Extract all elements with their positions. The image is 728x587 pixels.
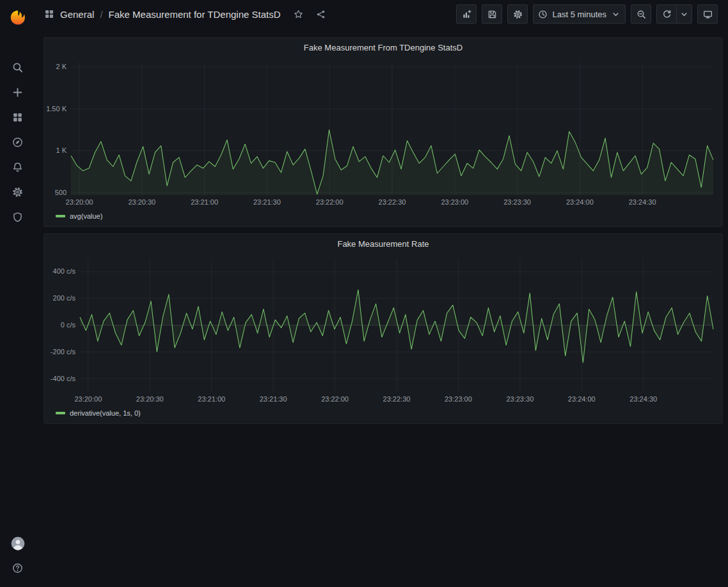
panel-header[interactable]: Fake Measurement From TDengine StatsD bbox=[44, 38, 722, 57]
star-icon bbox=[294, 10, 303, 19]
zoom-out-icon bbox=[637, 10, 646, 19]
save-dashboard-icon bbox=[487, 10, 497, 19]
svg-text:23:20:00: 23:20:00 bbox=[74, 395, 102, 403]
apps-icon bbox=[12, 112, 23, 123]
time-series-chart-fake-measurement-rate[interactable]: -400 c/s-200 c/s0 c/s200 c/s400 c/s23:20… bbox=[44, 253, 722, 406]
sidebar-item-server-admin[interactable] bbox=[0, 205, 35, 230]
tv-icon bbox=[703, 10, 713, 19]
svg-text:23:23:00: 23:23:00 bbox=[441, 198, 468, 206]
sidebar-item-explore[interactable] bbox=[0, 130, 35, 155]
dashboard-content: Fake Measurement From TDengine StatsD 50… bbox=[35, 28, 728, 587]
time-series-chart-fake-measurement[interactable]: 5001 K1.50 K2 K23:20:0023:20:3023:21:002… bbox=[44, 57, 722, 209]
svg-text:23:20:00: 23:20:00 bbox=[66, 198, 93, 206]
legend-swatch bbox=[56, 412, 65, 414]
legend-swatch bbox=[56, 215, 65, 217]
panel-fake-measurement: Fake Measurement From TDengine StatsD 50… bbox=[44, 37, 723, 227]
svg-text:23:23:30: 23:23:30 bbox=[503, 198, 531, 206]
legend-label: derivative(value, 1s, 0) bbox=[70, 409, 141, 417]
refresh-dashboard-button[interactable] bbox=[656, 4, 677, 24]
legend-item-avg-value[interactable]: avg(value) bbox=[44, 209, 722, 226]
svg-text:23:22:30: 23:22:30 bbox=[379, 198, 406, 206]
svg-text:-200 c/s: -200 c/s bbox=[51, 348, 76, 356]
kiosk-mode-button[interactable] bbox=[697, 4, 718, 24]
svg-text:23:20:30: 23:20:30 bbox=[128, 198, 155, 206]
svg-text:400 c/s: 400 c/s bbox=[53, 267, 76, 275]
clock-icon bbox=[538, 10, 548, 19]
chevron-down-icon bbox=[679, 10, 689, 19]
refresh-icon bbox=[662, 10, 672, 19]
time-range-label: Last 5 minutes bbox=[552, 10, 606, 19]
svg-text:23:24:30: 23:24:30 bbox=[629, 395, 657, 403]
svg-text:23:22:30: 23:22:30 bbox=[383, 395, 411, 403]
sidebar-item-alerting[interactable] bbox=[0, 155, 35, 180]
svg-text:23:24:30: 23:24:30 bbox=[629, 198, 656, 206]
save-dashboard-button[interactable] bbox=[482, 4, 502, 24]
svg-text:23:21:30: 23:21:30 bbox=[253, 198, 281, 206]
sidebar-item-profile[interactable] bbox=[0, 531, 35, 556]
svg-text:23:22:00: 23:22:00 bbox=[321, 395, 349, 403]
sidebar-item-search[interactable] bbox=[0, 55, 35, 80]
svg-text:23:24:00: 23:24:00 bbox=[568, 395, 596, 403]
shield-icon bbox=[12, 212, 23, 223]
svg-text:500: 500 bbox=[55, 189, 67, 196]
breadcrumb-section[interactable]: General bbox=[60, 9, 94, 20]
search-icon bbox=[12, 62, 23, 73]
star-dashboard-button[interactable] bbox=[290, 6, 307, 22]
chevron-down-icon bbox=[611, 10, 621, 19]
dashboard-toolbar: Last 5 minutes bbox=[456, 4, 718, 24]
breadcrumb-separator: / bbox=[100, 9, 102, 20]
svg-text:23:23:30: 23:23:30 bbox=[506, 395, 534, 403]
avatar-icon bbox=[11, 536, 25, 551]
sidebar-item-configuration[interactable] bbox=[0, 180, 35, 205]
legend-label: avg(value) bbox=[70, 212, 102, 220]
refresh-interval-button[interactable] bbox=[677, 4, 692, 24]
grafana-logo-icon bbox=[8, 9, 28, 28]
svg-text:23:21:30: 23:21:30 bbox=[260, 395, 287, 403]
sidebar bbox=[0, 0, 35, 587]
refresh-button-group bbox=[656, 4, 692, 24]
panel-title[interactable]: Fake Measurement From TDengine StatsD bbox=[304, 43, 463, 52]
share-icon bbox=[316, 10, 326, 19]
svg-text:-400 c/s: -400 c/s bbox=[51, 375, 76, 382]
svg-text:23:22:00: 23:22:00 bbox=[316, 198, 344, 206]
sidebar-item-help[interactable] bbox=[0, 556, 35, 581]
svg-text:200 c/s: 200 c/s bbox=[53, 294, 76, 302]
bell-icon bbox=[12, 162, 23, 173]
grafana-app: General / Fake Measurement for TDengine … bbox=[0, 0, 728, 587]
plus-icon bbox=[12, 87, 23, 98]
share-dashboard-button[interactable] bbox=[313, 6, 329, 22]
svg-text:0 c/s: 0 c/s bbox=[61, 321, 76, 329]
breadcrumb-dashboard-title[interactable]: Fake Measurement for TDengine StatsD bbox=[109, 9, 281, 20]
dashboard-settings-button[interactable] bbox=[507, 4, 528, 24]
svg-text:23:21:00: 23:21:00 bbox=[198, 395, 225, 403]
top-navbar: General / Fake Measurement for TDengine … bbox=[35, 0, 728, 28]
svg-text:1.50 K: 1.50 K bbox=[46, 105, 67, 113]
add-panel-icon bbox=[462, 10, 471, 19]
add-panel-button[interactable] bbox=[456, 4, 477, 24]
help-icon bbox=[12, 563, 23, 574]
sidebar-item-dashboards[interactable] bbox=[0, 105, 35, 130]
svg-text:2 K: 2 K bbox=[56, 63, 67, 70]
panel-title[interactable]: Fake Measurement Rate bbox=[337, 239, 429, 249]
apps-icon bbox=[44, 9, 54, 19]
compass-icon bbox=[12, 137, 23, 148]
panel-header[interactable]: Fake Measurement Rate bbox=[44, 234, 722, 253]
zoom-out-time-button[interactable] bbox=[631, 4, 651, 24]
legend-item-derivative[interactable]: derivative(value, 1s, 0) bbox=[44, 406, 722, 423]
sidebar-item-create[interactable] bbox=[0, 80, 35, 105]
svg-text:1 K: 1 K bbox=[56, 146, 67, 154]
panel-fake-measurement-rate: Fake Measurement Rate -400 c/s-200 c/s0 … bbox=[44, 233, 723, 424]
grafana-logo[interactable] bbox=[4, 5, 31, 32]
time-range-picker[interactable]: Last 5 minutes bbox=[533, 4, 626, 24]
svg-text:23:23:00: 23:23:00 bbox=[445, 395, 472, 403]
svg-text:23:24:00: 23:24:00 bbox=[566, 198, 594, 206]
gear-icon bbox=[12, 187, 23, 198]
svg-text:23:20:30: 23:20:30 bbox=[136, 395, 164, 403]
gear-icon bbox=[513, 10, 523, 19]
svg-text:23:21:00: 23:21:00 bbox=[191, 198, 218, 206]
main-area: General / Fake Measurement for TDengine … bbox=[35, 0, 728, 587]
